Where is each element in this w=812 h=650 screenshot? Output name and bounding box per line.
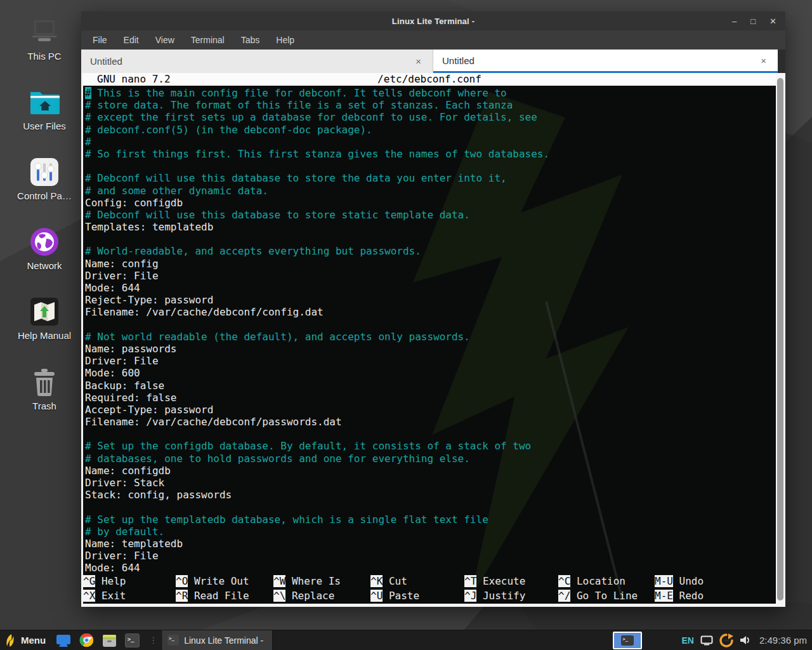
terminal-line: Config: configdb [85,197,776,209]
panel-separator: ⋮ [147,635,158,645]
window-titlebar[interactable]: Linux Lite Terminal - – □ ✕ [81,11,785,30]
tab-bar-gap [778,50,785,73]
start-menu-button[interactable]: Menu [0,630,52,650]
terminal-line: Driver: File [85,550,776,562]
minimize-button[interactable]: – [732,17,737,25]
window-title: Linux Lite Terminal - [81,17,785,26]
archive-icon[interactable] [102,633,117,648]
shortcut-label: Help [95,575,126,587]
speaker-icon[interactable] [740,635,752,646]
desktop-icon-network[interactable]: Network [5,223,84,271]
menu-file[interactable]: File [93,35,107,45]
terminal-line: # store data. The format of this file is… [85,99,776,111]
terminal-line: Name: templatedb [85,538,776,550]
terminal-screen[interactable]: GNU nano 7.2 /etc/debconf.conf # This is… [83,73,776,604]
shortcut-key: M-E [655,590,673,602]
terminal-line: # Set up the configdb database. By defau… [85,440,776,452]
shortcut-key: ^\ [273,590,285,602]
shortcut-key: ^W [273,575,285,587]
keyboard-layout-indicator[interactable]: EN [681,635,693,646]
menu-edit[interactable]: Edit [124,35,139,45]
tab-close-icon[interactable]: × [413,56,424,67]
terminal-line [85,428,776,440]
tab-label: Untitled [90,56,413,67]
terminal-line: Name: passwords [85,343,776,355]
terminal-icon: >_ [621,635,634,646]
chrome-icon[interactable] [79,633,94,648]
desktop: This PC User Files [0,0,812,650]
terminal-line: Mode: 644 [85,282,776,294]
nano-shortcut: ^/ Go To Line [558,590,655,602]
terminal-line: # So first things first. This first stan… [85,148,776,160]
terminal-line: # Set up the templatedb database, which … [85,514,776,526]
clock[interactable]: 2:49:36 pm [758,635,807,646]
terminal-scrollbar-track[interactable] [776,73,785,607]
terminal-line [85,501,776,513]
terminal-scrollbar-thumb[interactable] [777,78,783,600]
nano-shortcut: ^O Write Out [176,575,273,587]
desktop-icon-label: Control Pa… [5,190,84,201]
shortcut-key: ^X [83,590,95,602]
desktop-icon-control-panel[interactable]: Control Pa… [5,154,84,201]
shortcut-label: Where Is [285,575,341,587]
terminal-line: # World-readable, and accepts everything… [85,245,776,257]
shortcut-key: ^R [176,590,188,602]
desktop-icon-help-manual[interactable]: Help Manual [5,293,84,341]
terminal-line: Templates: templatedb [85,221,776,233]
desktop-icon-label: Network [5,260,84,271]
terminal-line: # Debconf will use this database to stor… [85,209,776,221]
desktop-icon-user-files[interactable]: User Files [5,84,84,131]
close-button[interactable]: ✕ [769,17,776,25]
terminal-line: # [85,136,776,148]
terminal-line: Required: false [85,392,776,404]
terminal-line [85,319,776,331]
workspace-pager[interactable]: >_ [613,632,642,649]
nano-shortcut: ^K Cut [370,575,464,587]
menu-terminal[interactable]: Terminal [191,35,225,45]
shortcut-key: ^J [464,590,476,602]
menu-view[interactable]: View [155,35,174,45]
nano-shortcut: ^X Exit [83,590,176,602]
terminal-line: # except the first sets up a database fo… [85,111,776,123]
shortcut-key: ^/ [558,590,570,602]
nano-shortcut-row-2: ^X Exit^R Read File^\ Replace^U Paste^J … [83,590,776,602]
terminal-icon[interactable]: >_ [124,633,140,648]
shortcut-label: Redo [673,590,704,602]
terminal-line: Accept-Type: password [85,404,776,416]
desktop-icon-this-pc[interactable]: This PC [5,14,84,62]
network-globe-icon [5,223,84,260]
terminal-line: Name: config [85,258,776,270]
update-refresh-icon[interactable] [719,633,733,647]
display-icon[interactable] [700,635,713,646]
shortcut-label: Undo [673,575,704,587]
pinned-launchers: >_ ⋮ [52,633,162,648]
desktop-icon-label: User Files [5,121,84,131]
menu-help[interactable]: Help [276,35,294,45]
shortcut-label: Read File [188,590,249,602]
text-cursor: # [85,87,91,99]
nano-shortcut: ^R Read File [176,590,273,602]
terminal-line: Driver: File [85,270,776,282]
nano-shortcut: M-U Undo [655,575,776,587]
nano-shortcut: ^J Justify [464,590,558,602]
terminal-icon: >_ [167,635,179,646]
maximize-button[interactable]: □ [750,17,756,25]
system-tray: >_ EN 2:49:36 pm [613,632,812,649]
tab-close-icon[interactable]: × [758,55,769,66]
control-panel-icon [5,154,84,190]
desktop-icon-label: This PC [5,51,84,62]
tab-untitled-1[interactable]: Untitled × [81,50,433,73]
terminal-line: Filename: /var/cache/debconf/config.dat [85,306,776,318]
trash-icon [5,364,84,401]
desktop-icon-trash[interactable]: Trash [5,364,84,411]
terminal-lines: # This is the main config file for debco… [83,86,776,574]
nano-shortcut: ^C Location [558,575,655,587]
shortcut-key: ^O [176,575,188,587]
desktop-launcher-icon[interactable] [56,633,71,648]
menu-tabs[interactable]: Tabs [241,35,260,45]
desktop-icon-label: Trash [5,401,84,411]
window-controls: – □ ✕ [732,11,776,30]
tab-untitled-2[interactable]: Untitled × [433,50,778,73]
terminal-line: # databases, one to hold passwords and o… [85,453,776,465]
task-button-terminal[interactable]: >_ Linux Lite Terminal - [162,630,273,650]
